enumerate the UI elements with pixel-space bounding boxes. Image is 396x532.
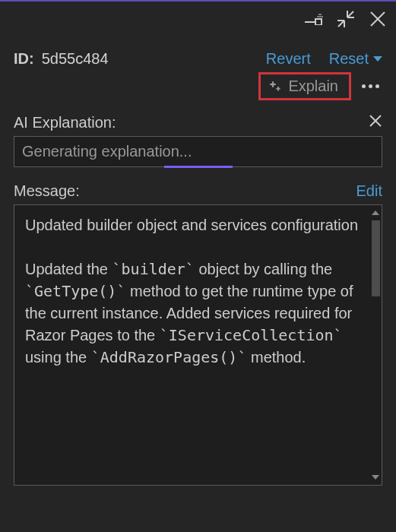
message-body: Updated builder object and services conf…	[14, 205, 369, 485]
format-icon[interactable]	[303, 8, 325, 30]
scroll-down-icon[interactable]	[371, 473, 380, 482]
ai-status-text: Generating explanation...	[22, 143, 192, 160]
more-options-button[interactable]	[359, 81, 382, 91]
titlebar	[0, 2, 396, 35]
close-panel-button[interactable]	[367, 8, 388, 30]
close-explanation-button[interactable]	[369, 114, 382, 131]
message-label: Message:	[14, 182, 80, 200]
scrollbar[interactable]	[369, 205, 382, 485]
ai-explanation-box: Generating explanation...	[14, 136, 382, 167]
message-header: Message: Edit	[14, 182, 382, 200]
id-label: ID:	[14, 50, 34, 68]
svg-line-9	[338, 21, 344, 27]
svg-rect-1	[315, 19, 322, 25]
ai-explanation-header: AI Explanation:	[14, 114, 382, 131]
svg-line-6	[347, 11, 353, 17]
ai-explanation-label: AI Explanation:	[14, 114, 116, 131]
commit-id-row: ID: 5d55c484 Revert Reset	[14, 50, 382, 68]
sparkle-icon	[268, 80, 282, 93]
message-box: Updated builder object and services conf…	[14, 204, 382, 486]
reset-label: Reset	[329, 50, 369, 67]
explain-label: Explain	[288, 78, 338, 95]
progress-indicator	[164, 166, 233, 168]
chevron-down-icon	[373, 56, 382, 62]
scroll-up-icon[interactable]	[371, 208, 380, 217]
collapse-icon[interactable]	[335, 8, 356, 30]
revert-button[interactable]: Revert	[266, 50, 311, 68]
id-value: 5d55c484	[42, 50, 109, 68]
explain-button[interactable]: Explain	[258, 72, 351, 100]
edit-message-button[interactable]: Edit	[356, 182, 382, 200]
scroll-thumb[interactable]	[372, 220, 380, 296]
reset-button[interactable]: Reset	[329, 50, 382, 68]
